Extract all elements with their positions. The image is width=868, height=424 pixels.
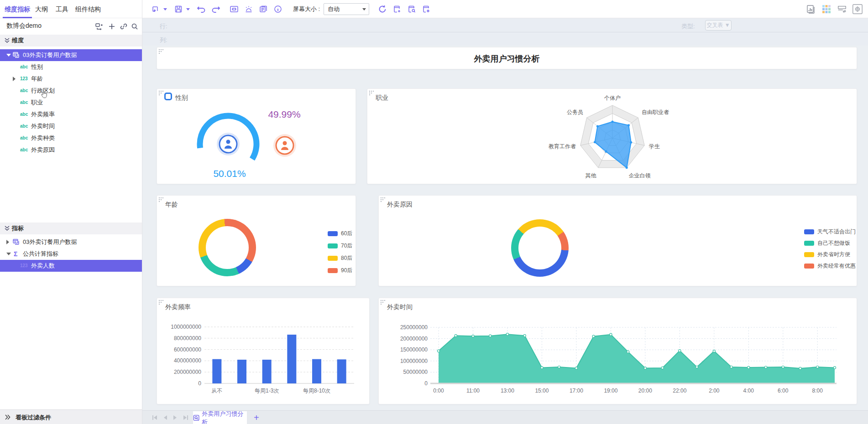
dimension-item[interactable]: 03外卖订餐用户数据 xyxy=(0,49,142,61)
refresh-icon[interactable] xyxy=(377,4,387,14)
report-icon[interactable] xyxy=(258,4,268,14)
screen-size-select[interactable]: 自动 xyxy=(324,3,369,15)
switch-dataset-icon[interactable] xyxy=(95,22,103,31)
svg-text:学生: 学生 xyxy=(649,143,660,150)
new-dashboard-icon[interactable] xyxy=(151,4,161,14)
tree-item-label: 03外卖订餐用户数据 xyxy=(23,49,77,61)
legend-swatch xyxy=(804,264,814,269)
next-page-icon[interactable] xyxy=(173,415,178,420)
expand-caret-icon[interactable] xyxy=(13,77,16,81)
legend-item[interactable]: 80后 xyxy=(328,254,352,262)
legend-item[interactable]: 60后 xyxy=(328,230,352,238)
first-page-icon[interactable] xyxy=(152,415,158,420)
widgets-grid-icon[interactable] xyxy=(821,4,831,14)
measure-item[interactable]: 03外卖订餐用户数据 xyxy=(0,236,142,248)
svg-text:200000000: 200000000 xyxy=(174,369,201,375)
svg-text:其他: 其他 xyxy=(585,172,596,179)
dashboard-canvas: 外卖用户习惯分析 性别 49.99%50.01% 职业 个体户自由职业者学生企业… xyxy=(142,46,868,410)
alarm-icon[interactable] xyxy=(244,4,254,14)
add-page-button[interactable]: + xyxy=(254,412,259,424)
expand-caret-icon[interactable] xyxy=(6,253,11,255)
new-dashboard-caret[interactable] xyxy=(163,8,167,10)
donut-ring[interactable] xyxy=(511,219,569,277)
legend-item[interactable]: 自己不想做饭 xyxy=(804,239,850,247)
section-measures[interactable]: 指标 xyxy=(0,222,142,234)
dimension-item[interactable]: abc外卖种类 xyxy=(0,132,142,144)
expand-caret-icon[interactable] xyxy=(6,240,9,244)
redo-icon[interactable] xyxy=(211,4,221,14)
preview-icon[interactable] xyxy=(229,4,239,14)
drag-handle-icon[interactable] xyxy=(158,197,164,202)
donut-ring[interactable] xyxy=(199,219,256,276)
legend-item[interactable]: 外卖经常有优惠 xyxy=(804,262,856,270)
drag-handle-icon[interactable] xyxy=(380,197,386,202)
age-card[interactable]: 年龄 60后70后80后90后 xyxy=(157,195,356,286)
tab-component-structure[interactable]: 组件结构 xyxy=(75,0,101,18)
chart-pages-icon[interactable] xyxy=(806,4,816,14)
dimension-item[interactable]: abc职业 xyxy=(0,97,142,109)
legend-swatch xyxy=(804,229,814,234)
undo-icon[interactable] xyxy=(196,4,206,14)
measure-item[interactable]: Σ公共计算指标 xyxy=(0,248,142,260)
active-page-tab[interactable]: 外卖用户习惯分析 xyxy=(193,411,247,424)
save-icon[interactable] xyxy=(173,4,183,14)
rows-shelf-label[interactable]: 行: xyxy=(160,22,167,31)
settings-icon[interactable] xyxy=(852,4,863,14)
time-card[interactable]: 外卖时间 05000000010000000015000000020000000… xyxy=(378,298,857,404)
dimension-item[interactable]: abc外卖时间 xyxy=(0,120,142,132)
svg-text:公务员: 公务员 xyxy=(567,109,583,115)
info-icon[interactable] xyxy=(273,4,283,14)
link-icon[interactable] xyxy=(120,22,128,31)
legend-item[interactable]: 70后 xyxy=(328,242,352,250)
legend-item[interactable]: 90后 xyxy=(328,267,352,274)
svg-text:0: 0 xyxy=(198,380,201,387)
screen-size-value: 自动 xyxy=(328,5,340,12)
page-tab-bar: 外卖用户习惯分析 + xyxy=(142,410,868,424)
occupation-card[interactable]: 职业 个体户自由职业者学生企业白领其他教育工作者公务员 xyxy=(367,88,857,184)
svg-text:2:00: 2:00 xyxy=(709,388,720,394)
reason-card[interactable]: 外卖原因 天气不适合出门自己不想做饭外卖省时方便外卖经常有优惠 xyxy=(378,195,857,286)
section-dimensions[interactable]: 维度 xyxy=(0,35,142,47)
search-icon[interactable] xyxy=(131,22,139,31)
dimension-item[interactable]: abc外卖原因 xyxy=(0,144,142,156)
svg-text:0: 0 xyxy=(424,380,428,387)
title-card[interactable]: 外卖用户习惯分析 xyxy=(157,47,857,69)
legend-label: 60后 xyxy=(341,230,352,238)
measure-item[interactable]: 123外卖人数 xyxy=(0,260,142,272)
tab-tools[interactable]: 工具 xyxy=(56,0,68,18)
chart-type-select[interactable]: 交叉表 ▼ xyxy=(705,20,732,31)
svg-text:教育工作者: 教育工作者 xyxy=(549,143,576,150)
legend-item[interactable]: 外卖省时方便 xyxy=(804,251,850,259)
gender-card[interactable]: 性别 49.99%50.01% xyxy=(157,88,356,184)
legend-swatch xyxy=(328,256,338,261)
expand-caret-icon[interactable] xyxy=(6,54,11,57)
bi-dashboard-app: 维度指标 大纲 工具 组件结构 数博会demo 维度 03外卖订餐用户数据abc xyxy=(0,0,868,424)
svg-text:17:00: 17:00 xyxy=(570,388,583,394)
dataset-name[interactable]: 数博会demo xyxy=(6,22,42,30)
dimension-item[interactable]: abc性别 xyxy=(0,61,142,73)
legend-swatch xyxy=(328,231,338,236)
cols-shelf-label[interactable]: 列: xyxy=(160,36,167,44)
tree-item-label: 外卖种类 xyxy=(31,132,55,144)
dimension-item[interactable]: 123年龄 xyxy=(0,73,142,85)
last-page-icon[interactable] xyxy=(183,415,189,420)
svg-text:600000000: 600000000 xyxy=(174,346,201,353)
tab-outline[interactable]: 大纲 xyxy=(35,0,48,18)
add-icon[interactable] xyxy=(108,22,116,31)
doc-search-icon[interactable] xyxy=(407,4,417,14)
doc-settings-icon[interactable] xyxy=(421,4,431,14)
doc-add-icon[interactable] xyxy=(392,4,402,14)
tree-item-label: 外卖原因 xyxy=(31,144,55,156)
save-caret[interactable] xyxy=(186,8,190,10)
svg-text:200000000: 200000000 xyxy=(400,336,428,342)
svg-text:19:00: 19:00 xyxy=(604,388,617,394)
screen-size-label: 屏幕大小 : xyxy=(293,5,320,13)
hide-cards-icon[interactable] xyxy=(837,4,847,14)
board-filter-bar[interactable]: 看板过滤条件 xyxy=(0,409,142,424)
frequency-card[interactable]: 外卖频率 02000000004000000006000000008000000… xyxy=(157,298,370,404)
tab-dimension-measure[interactable]: 维度指标 xyxy=(5,0,30,18)
dimension-item[interactable]: abc外卖频率 xyxy=(0,109,142,120)
dimension-item[interactable]: abc行政区划 xyxy=(0,85,142,97)
prev-page-icon[interactable] xyxy=(162,415,168,420)
legend-item[interactable]: 天气不适合出门 xyxy=(804,228,856,236)
